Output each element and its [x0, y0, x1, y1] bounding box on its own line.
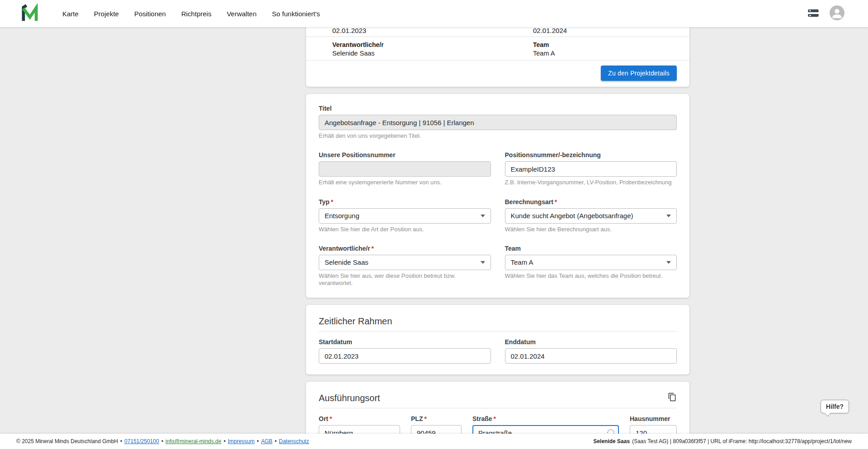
navbar-actions — [807, 5, 844, 22]
typ-field: Typ* Entsorgung Wählen Sie hier die Art … — [319, 198, 491, 233]
chevron-down-icon — [666, 261, 671, 264]
server-button[interactable] — [807, 7, 820, 21]
user-account-button[interactable] — [830, 5, 844, 22]
berechnungsart-select[interactable]: Kunde sucht Angebot (Angebotsanfrage) — [505, 208, 677, 224]
divider — [319, 408, 677, 408]
strasse-input[interactable] — [472, 425, 619, 434]
titel-input — [319, 115, 677, 130]
server-icon — [807, 7, 820, 21]
position-form-card: Titel Erhält den von uns vorgegebenen Ti… — [306, 94, 689, 298]
zeitlicher-rahmen-card: Zeitlicher Rahmen Startdatum Enddatum — [306, 305, 689, 374]
strasse-label: Straße* — [472, 415, 619, 422]
agb-link[interactable]: AGB — [261, 438, 272, 444]
required-mark: * — [330, 415, 332, 422]
main-navigation: Karte Projekte Positionen Richtpreis Ver… — [62, 10, 320, 18]
required-mark: * — [494, 415, 496, 422]
unsere-positionsnummer-label: Unsere Positionsnummer — [319, 151, 491, 159]
nav-item-richtpreis[interactable]: Richtpreis — [181, 10, 212, 18]
separator: • — [161, 438, 163, 444]
email-link[interactable]: info@mineral-minds.de — [165, 438, 222, 444]
ort-input[interactable] — [319, 425, 400, 434]
avatar-icon — [830, 5, 844, 22]
required-mark: * — [372, 245, 374, 252]
project-team-value: Team A — [533, 50, 663, 57]
enddatum-input[interactable] — [505, 348, 677, 364]
team-field: Team Team A Wählen Sie hier das Team aus… — [505, 245, 677, 287]
nav-item-so-funktionierts[interactable]: So funktioniert's — [272, 10, 320, 18]
divider — [319, 331, 677, 332]
chevron-down-icon — [481, 215, 485, 217]
datenschutz-link[interactable]: Datenschutz — [279, 438, 309, 444]
footer: © 2025 Mineral Minds Deutschland GmbH • … — [0, 434, 868, 449]
positionsnummer-label: Positionsnummer/-bezeichnung — [505, 151, 677, 159]
unsere-positionsnummer-input — [319, 161, 491, 177]
project-team-label: Team — [533, 41, 663, 48]
berechnungsart-helper: Wählen Sie hier die Berechnungsart aus. — [505, 226, 677, 233]
project-summary-card: 02.01.2023 02.01.2024 Verantwortliche/r … — [306, 27, 689, 87]
nav-item-verwalten[interactable]: Verwalten — [227, 10, 257, 18]
titel-helper: Erhält den von uns vorgegebenen Titel. — [319, 132, 677, 140]
mineral-minds-logo-icon — [21, 4, 39, 23]
typ-helper: Wählen Sie hier die Art der Position aus… — [319, 226, 491, 233]
separator: • — [275, 438, 277, 444]
verantwortlicher-select[interactable]: Selenide Saas — [319, 255, 491, 270]
project-details-button[interactable]: Zu den Projektdetails — [601, 65, 677, 81]
required-mark: * — [424, 415, 426, 422]
required-mark: * — [331, 198, 333, 206]
titel-field: Titel Erhält den von uns vorgegebenen Ti… — [319, 105, 677, 140]
plz-input[interactable] — [411, 425, 462, 434]
footer-session-text: (Saas Test AG) | 809a036f3f57 | URL of i… — [632, 438, 852, 444]
team-label: Team — [505, 245, 677, 252]
verantwortlicher-helper: Wählen Sie hier aus, wer diese Position … — [319, 272, 491, 287]
team-select[interactable]: Team A — [505, 255, 677, 270]
help-button[interactable]: Hilfe? — [821, 400, 849, 413]
chevron-down-icon — [666, 215, 671, 217]
ausfuehrungsort-card: Ausführungsort Ort* PLZ* — [306, 382, 689, 434]
copy-icon — [668, 393, 677, 403]
typ-label: Typ* — [319, 198, 491, 206]
copy-address-button[interactable] — [668, 393, 677, 403]
project-end-date: 02.01.2024 — [533, 27, 663, 34]
ausfuehrungsort-heading: Ausführungsort — [319, 393, 380, 403]
ort-label: Ort* — [319, 415, 400, 422]
main-content: 02.01.2023 02.01.2024 Verantwortliche/r … — [0, 27, 868, 434]
company-logo[interactable] — [21, 4, 39, 23]
loading-spinner-icon — [607, 429, 614, 434]
berechnungsart-field: Berechnungsart* Kunde sucht Angebot (Ang… — [505, 198, 677, 233]
footer-user-name: Selenide Saas — [593, 438, 630, 444]
zeitlicher-rahmen-heading: Zeitlicher Rahmen — [319, 316, 392, 327]
separator: • — [257, 438, 259, 444]
impressum-link[interactable]: Impressum — [228, 438, 255, 444]
project-responsible-value: Selenide Saas — [332, 50, 533, 57]
nav-item-projekte[interactable]: Projekte — [94, 10, 119, 18]
enddatum-label: Enddatum — [505, 338, 677, 346]
footer-session-info: Selenide Saas (Saas Test AG) | 809a036f3… — [593, 438, 852, 444]
chevron-down-icon — [481, 261, 485, 264]
unsere-positionsnummer-field: Unsere Positionsnummer Erhält eine syste… — [319, 151, 491, 186]
top-navbar: Karte Projekte Positionen Richtpreis Ver… — [0, 0, 868, 27]
separator: • — [120, 438, 122, 444]
phone-link[interactable]: 07151/250100 — [124, 438, 159, 444]
footer-left: © 2025 Mineral Minds Deutschland GmbH • … — [16, 438, 309, 444]
plz-field: PLZ* — [411, 415, 462, 434]
typ-select[interactable]: Entsorgung — [319, 208, 491, 224]
berechnungsart-label: Berechnungsart* — [505, 198, 677, 206]
startdatum-label: Startdatum — [319, 338, 491, 346]
startdatum-input[interactable] — [319, 348, 491, 364]
hausnummer-field: Hausnummer — [630, 415, 677, 434]
separator: • — [224, 438, 226, 444]
project-responsible-label: Verantwortliche/r — [332, 41, 533, 48]
positionsnummer-helper: Z.B. Interne-Vorgangsnummer, LV-Position… — [505, 179, 677, 186]
plz-label: PLZ* — [411, 415, 462, 422]
required-mark: * — [555, 198, 557, 206]
nav-item-karte[interactable]: Karte — [62, 10, 79, 18]
project-start-date: 02.01.2023 — [332, 27, 533, 34]
team-helper: Wählen Sie hier das Team aus, welches di… — [505, 272, 677, 280]
hausnummer-label: Hausnummer — [630, 415, 677, 422]
enddatum-field: Enddatum — [505, 338, 677, 364]
nav-item-positionen[interactable]: Positionen — [134, 10, 166, 18]
ort-field: Ort* — [319, 415, 400, 434]
unsere-positionsnummer-helper: Erhält eine systemgenerierte Nummer von … — [319, 179, 491, 186]
hausnummer-input[interactable] — [630, 425, 677, 434]
positionsnummer-input[interactable] — [505, 161, 677, 177]
